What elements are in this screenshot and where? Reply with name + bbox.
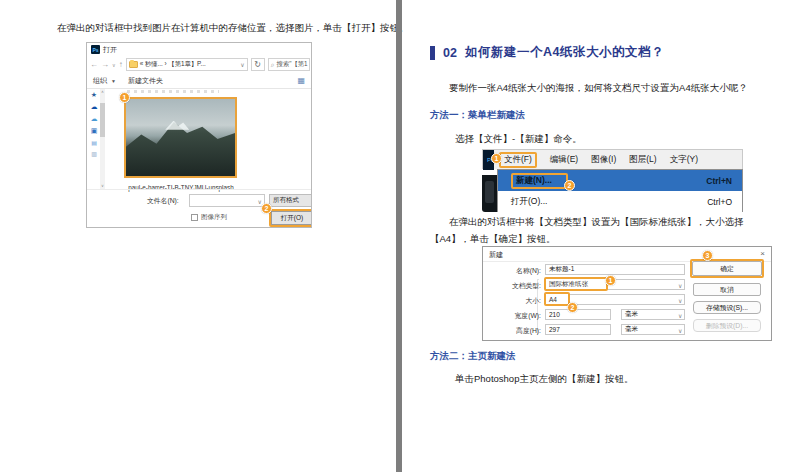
ok-button-highlight: 确定 bbox=[690, 259, 764, 278]
menu-edit[interactable]: 编辑(E) bbox=[550, 154, 578, 166]
delete-preset-button[interactable]: 删除预设(D)... bbox=[693, 319, 761, 332]
new-document-dialog: 新建 × 名称(N): 未标题-1 文档类型: ∨ 国际标准纸张 1 大小: ∨… bbox=[482, 246, 772, 341]
mountain-photo bbox=[126, 99, 235, 176]
doc-type-dropdown-icon[interactable]: ∨ bbox=[678, 282, 682, 289]
open-button-highlight: 打开(O) bbox=[269, 209, 312, 227]
menu-bar: Ps 文件(F) 编辑(E) 图像(I) 图层(L) 文字(Y) bbox=[482, 149, 743, 169]
cloud-icon[interactable]: ☁ bbox=[91, 115, 98, 123]
search-icon: ⌕ bbox=[271, 61, 275, 69]
photoshop-menu-screenshot: Ps 文件(F) 编辑(E) 图像(I) 图层(L) 文字(Y) 1 新建(N)… bbox=[482, 149, 743, 212]
cropped-row-remnant bbox=[127, 90, 219, 93]
menu-file[interactable]: 文件(F) bbox=[499, 152, 537, 168]
open-file-dialog: Ps 打开 ← → ∨ ↑ « 秒懂... › 【第1章】P... ∨ ↻ ⌕ … bbox=[86, 42, 312, 228]
search-text: 搜索"【第1 bbox=[277, 60, 308, 69]
section-title: 如何新建一个A4纸张大小的文档？ bbox=[465, 44, 664, 61]
menu-item-new[interactable]: 新建(N)... Ctrl+N bbox=[498, 170, 742, 191]
this-pc-icon[interactable]: ▣ bbox=[91, 127, 98, 135]
image-sequence-checkbox[interactable] bbox=[191, 214, 198, 221]
new-item-label: 新建(N)... bbox=[516, 175, 552, 185]
size-dropdown-icon[interactable]: ∨ bbox=[678, 297, 682, 304]
open-dialog-title: 打开 bbox=[103, 45, 117, 55]
search-input[interactable]: ⌕ 搜索"【第1 bbox=[268, 58, 310, 71]
open-dialog-navbar: ← → ∨ ↑ « 秒懂... › 【第1章】P... ∨ ↻ ⌕ 搜索"【第1 bbox=[87, 56, 311, 73]
scroll-up-icon[interactable]: ∧ bbox=[100, 89, 105, 95]
intro-paragraph: 要制作一张A4纸张大小的海报，如何将文档尺寸设置为A4纸张大小呢？ bbox=[430, 80, 778, 97]
width-unit-combo[interactable]: 毫米 bbox=[621, 309, 685, 320]
breadcrumb-path[interactable]: « 秒懂... › 【第1章】P... bbox=[140, 60, 206, 69]
open-item-label: 打开(O)... bbox=[511, 196, 547, 208]
height-unit-combo[interactable]: 毫米 bbox=[621, 324, 685, 335]
new-dialog-title: 新建 bbox=[489, 250, 503, 260]
view-grid-icon[interactable]: ▦ bbox=[297, 76, 305, 85]
menu-item-open[interactable]: 打开(O)... Ctrl+O bbox=[498, 191, 742, 212]
menu-type[interactable]: 文字(Y) bbox=[670, 154, 698, 166]
refresh-button[interactable]: ↻ bbox=[251, 58, 265, 71]
name-label: 名称(N): bbox=[495, 266, 541, 276]
image-thumbnail-selected[interactable] bbox=[124, 97, 237, 178]
dialog-paragraph: 在弹出的对话框中将【文档类型】设置为【国际标准纸张】，大小选择【A4】，单击【确… bbox=[430, 214, 778, 247]
image-sequence-label: 图像序列 bbox=[201, 213, 227, 222]
method1-heading: 方法一：菜单栏新建法 bbox=[430, 109, 525, 122]
organize-button[interactable]: 组织 ▼ bbox=[93, 76, 116, 86]
library-icon[interactable]: ▤ bbox=[91, 139, 97, 146]
open-dialog-sidebar: ★ ☁ ☁ ▣ ▤ ▥ ∧ ∨ bbox=[87, 89, 106, 189]
size-label: 大小: bbox=[495, 296, 541, 306]
back-icon[interactable]: ← bbox=[90, 60, 98, 69]
new-item-highlight: 新建(N)... bbox=[511, 173, 568, 189]
menu-layer[interactable]: 图层(L) bbox=[629, 154, 656, 166]
width-label: 宽度(W): bbox=[495, 311, 541, 321]
document-spread: 在弹出的对话框中找到图片在计算机中的存储位置，选择图片，单击【打开】按钮。 Ps… bbox=[0, 0, 798, 472]
heading-bar bbox=[430, 46, 435, 60]
menu-image[interactable]: 图像(I) bbox=[591, 154, 616, 166]
width-input[interactable]: 210 bbox=[545, 309, 611, 320]
doc-type-highlight[interactable]: 国际标准纸张 bbox=[544, 277, 608, 291]
organize-label: 组织 bbox=[93, 77, 107, 84]
open-dialog-filelist: ★ ☁ ☁ ▣ ▤ ▥ ∧ ∨ 1 paul-e-harrer-TI-B-TNY… bbox=[87, 89, 311, 189]
onedrive-icon[interactable]: ☁ bbox=[91, 103, 98, 111]
filename-input[interactable]: ∨ bbox=[189, 194, 265, 207]
quick-access-icon[interactable]: ★ bbox=[91, 91, 97, 99]
file-menu-dropdown: 新建(N)... Ctrl+N 打开(O)... Ctrl+O bbox=[497, 169, 743, 212]
canvas-behind-menu bbox=[482, 175, 497, 212]
folder-icon bbox=[129, 61, 138, 68]
step-badge-2: 2 bbox=[564, 180, 575, 191]
address-dropdown-icon[interactable]: ∨ bbox=[240, 61, 244, 68]
forward-icon[interactable]: → bbox=[101, 60, 109, 69]
size-highlight[interactable]: A4 bbox=[544, 292, 570, 306]
step-badge-2: 2 bbox=[261, 203, 272, 214]
method2-step: 单击Photoshop主页左侧的【新建】按钮。 bbox=[455, 371, 633, 388]
left-page-paragraph: 在弹出的对话框中找到图片在计算机中的存储位置，选择图片，单击【打开】按钮。 bbox=[57, 20, 409, 37]
filename-label: 文件名(N): bbox=[147, 196, 179, 206]
name-input[interactable]: 未标题-1 bbox=[545, 264, 685, 275]
width-unit-dropdown-icon[interactable]: ∨ bbox=[678, 312, 682, 319]
ok-button[interactable]: 确定 bbox=[692, 261, 762, 276]
page-divider bbox=[396, 0, 402, 472]
cancel-button[interactable]: 取消 bbox=[693, 283, 761, 296]
open-shortcut: Ctrl+O bbox=[707, 197, 732, 207]
save-preset-button[interactable]: 存储预设(S)... bbox=[693, 301, 761, 314]
section-heading: 02 如何新建一个A4纸张大小的文档？ bbox=[430, 44, 664, 61]
drive-icon[interactable]: ▥ bbox=[91, 150, 97, 157]
close-icon[interactable]: × bbox=[760, 249, 765, 258]
method1-step: 选择【文件】-【新建】命令。 bbox=[455, 131, 582, 148]
up-icon[interactable]: ↑ bbox=[119, 60, 123, 69]
refresh-icon: ↻ bbox=[254, 60, 261, 69]
new-shortcut: Ctrl+N bbox=[706, 176, 732, 186]
step-badge-2: 2 bbox=[567, 302, 578, 313]
step-badge-1: 1 bbox=[119, 92, 130, 103]
section-number: 02 bbox=[443, 46, 457, 60]
photoshop-logo-icon: Ps bbox=[91, 45, 100, 54]
history-dropdown-icon[interactable]: ∨ bbox=[112, 62, 116, 68]
open-dialog-titlebar: Ps 打开 bbox=[87, 43, 311, 56]
open-dialog-toolbar: 组织 ▼ 新建文件夹 ▦ bbox=[87, 73, 311, 89]
step-badge-1: 1 bbox=[605, 275, 616, 286]
sidebar-scrollbar-thumb[interactable] bbox=[100, 103, 105, 137]
height-input[interactable]: 297 bbox=[545, 324, 611, 335]
step-badge-1: 1 bbox=[491, 153, 502, 164]
address-breadcrumb[interactable]: « 秒懂... › 【第1章】P... ∨ bbox=[126, 58, 248, 71]
format-dropdown[interactable]: 所有格式 bbox=[269, 194, 312, 207]
method2-heading: 方法二：主页新建法 bbox=[430, 350, 516, 363]
open-button[interactable]: 打开(O) bbox=[271, 211, 312, 225]
height-unit-dropdown-icon[interactable]: ∨ bbox=[678, 327, 682, 334]
new-folder-button[interactable]: 新建文件夹 bbox=[128, 76, 163, 86]
